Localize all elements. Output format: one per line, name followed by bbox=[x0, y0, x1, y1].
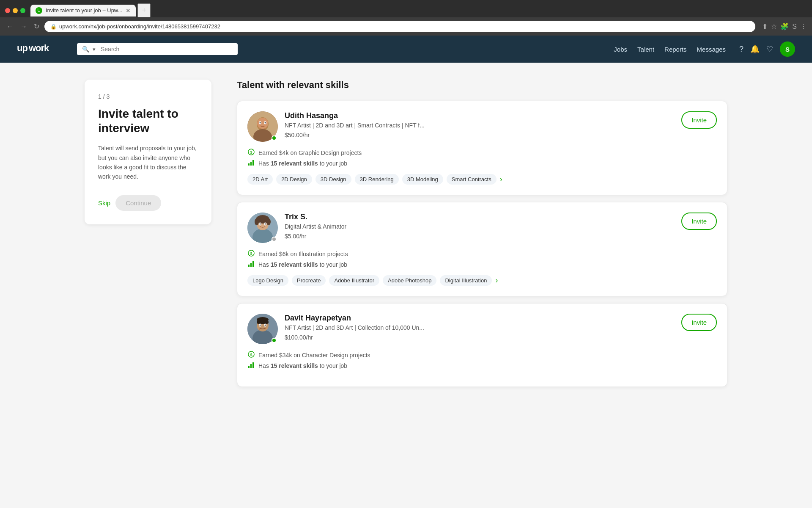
svg-point-8 bbox=[260, 122, 261, 124]
traffic-lights bbox=[5, 8, 25, 13]
new-tab-button[interactable]: + bbox=[137, 3, 151, 17]
back-button[interactable]: ← bbox=[5, 21, 15, 32]
earned-stat-1: $ Earned $6k on Illustration projects bbox=[247, 250, 717, 258]
svg-rect-14 bbox=[252, 160, 254, 166]
talent-stats-1: $ Earned $6k on Illustration projects Ha… bbox=[247, 250, 717, 268]
upwork-logo[interactable]: up work bbox=[17, 42, 63, 57]
notifications-button[interactable]: 🔔 bbox=[750, 44, 760, 54]
right-panel: Talent with relevant skills bbox=[237, 80, 727, 394]
talent-rate-0: $50.00/hr bbox=[285, 131, 675, 139]
talent-info-1: Trix S. Digital Artist & Animator $5.00/… bbox=[285, 213, 675, 240]
favorites-button[interactable]: ♡ bbox=[766, 44, 773, 54]
svg-point-23 bbox=[260, 224, 261, 225]
skills-stat-0: Has 15 relevant skills to your job bbox=[247, 159, 717, 167]
skills-row-1: Logo Design Procreate Adobe Illustrator … bbox=[247, 275, 717, 286]
earned-text-2: Earned $34k on Character Design projects bbox=[258, 352, 370, 359]
tab-close-button[interactable]: ✕ bbox=[126, 7, 131, 14]
nav-messages[interactable]: Messages bbox=[697, 46, 726, 53]
talent-name-1[interactable]: Trix S. bbox=[285, 213, 675, 221]
talent-name-0[interactable]: Udith Hasanga bbox=[285, 111, 675, 120]
tab-bar: U Invite talent to your job – Upw... ✕ + bbox=[0, 0, 812, 17]
search-icon: 🔍 bbox=[82, 46, 89, 52]
skills-stat-2: Has 15 relevant skills to your job bbox=[247, 362, 717, 370]
earned-text-0: Earned $4k on Graphic Design projects bbox=[258, 149, 362, 156]
help-button[interactable]: ? bbox=[739, 45, 743, 54]
nav-icon-group: ? 🔔 ♡ S bbox=[739, 41, 795, 57]
section-title: Talent with relevant skills bbox=[237, 80, 727, 91]
left-panel: 1 / 3 Invite talent to interview Talent … bbox=[85, 80, 211, 224]
address-bar[interactable]: 🔒 upwork.com/nx/job-post/onboarding/invi… bbox=[44, 21, 755, 32]
skill-tag[interactable]: 3D Modeling bbox=[402, 174, 443, 185]
nav-jobs[interactable]: Jobs bbox=[614, 46, 627, 53]
menu-button[interactable]: ⋮ bbox=[800, 22, 807, 30]
skip-button[interactable]: Skip bbox=[98, 199, 110, 207]
browser-toolbar: ← → ↻ 🔒 upwork.com/nx/job-post/onboardin… bbox=[0, 17, 812, 36]
svg-rect-29 bbox=[252, 261, 254, 267]
svg-rect-27 bbox=[248, 265, 250, 267]
talent-info-0: Udith Hasanga NFT Artist | 2D and 3D art… bbox=[285, 111, 675, 139]
skills-count-2: 15 relevant skills bbox=[271, 362, 318, 369]
nav-reports[interactable]: Reports bbox=[664, 46, 687, 53]
skill-tag[interactable]: Digital Illustration bbox=[440, 275, 492, 286]
online-indicator-1 bbox=[272, 237, 277, 242]
more-skills-button-1[interactable]: › bbox=[495, 276, 498, 285]
svg-point-34 bbox=[257, 317, 269, 322]
user-avatar[interactable]: S bbox=[780, 41, 795, 57]
extensions-button[interactable]: 🧩 bbox=[780, 22, 789, 30]
svg-text:$: $ bbox=[250, 150, 252, 155]
nav-talent[interactable]: Talent bbox=[637, 46, 654, 53]
close-button[interactable] bbox=[5, 8, 10, 13]
skill-tag[interactable]: 2D Design bbox=[276, 174, 312, 185]
maximize-button[interactable] bbox=[20, 8, 25, 13]
main-nav: up work 🔍 ▾ Jobs Talent Reports Messages… bbox=[0, 36, 812, 63]
talent-name-2[interactable]: Davit Hayrapetyan bbox=[285, 314, 675, 323]
earned-stat-2: $ Earned $34k on Character Design projec… bbox=[247, 351, 717, 359]
more-skills-button-0[interactable]: › bbox=[500, 175, 502, 184]
search-bar[interactable]: 🔍 ▾ bbox=[77, 43, 238, 55]
skill-tag[interactable]: 2D Art bbox=[247, 174, 273, 185]
svg-point-19 bbox=[255, 218, 259, 225]
skill-tag[interactable]: 3D Design bbox=[315, 174, 351, 185]
skills-stat-1: Has 15 relevant skills to your job bbox=[247, 260, 717, 268]
skill-tag[interactable]: Adobe Illustrator bbox=[329, 275, 379, 286]
talent-header-2: Davit Hayrapetyan NFT Artist | 2D and 3D… bbox=[247, 314, 717, 344]
talent-header-1: Trix S. Digital Artist & Animator $5.00/… bbox=[247, 213, 717, 243]
reload-button[interactable]: ↻ bbox=[32, 21, 41, 32]
profile-button[interactable]: S bbox=[792, 23, 797, 30]
panel-title: Invite talent to interview bbox=[98, 107, 198, 135]
svg-text:up: up bbox=[17, 43, 27, 53]
bookmark-button[interactable]: ☆ bbox=[771, 22, 777, 30]
skill-tag[interactable]: Procreate bbox=[292, 275, 326, 286]
invite-button-0[interactable]: Invite bbox=[681, 111, 717, 129]
earned-icon-2: $ bbox=[247, 351, 255, 359]
share-button[interactable]: ⬆ bbox=[762, 22, 768, 30]
skills-text-1: Has 15 relevant skills to your job bbox=[258, 261, 347, 268]
talent-title-0: NFT Artist | 2D and 3D art | Smart Contr… bbox=[285, 122, 675, 129]
talent-info-2: Davit Hayrapetyan NFT Artist | 2D and 3D… bbox=[285, 314, 675, 341]
minimize-button[interactable] bbox=[13, 8, 18, 13]
skill-tag[interactable]: Logo Design bbox=[247, 275, 288, 286]
search-filter-icon: ▾ bbox=[93, 46, 96, 52]
svg-point-24 bbox=[265, 224, 266, 225]
tab-favicon: U bbox=[36, 7, 42, 14]
svg-text:work: work bbox=[28, 43, 49, 53]
browser-chrome: U Invite talent to your job – Upw... ✕ +… bbox=[0, 0, 812, 36]
svg-rect-28 bbox=[250, 263, 252, 267]
talent-rate-1: $5.00/hr bbox=[285, 232, 675, 240]
invite-button-2[interactable]: Invite bbox=[681, 314, 717, 331]
forward-button[interactable]: → bbox=[19, 21, 29, 32]
svg-point-38 bbox=[265, 325, 266, 326]
skill-tag[interactable]: Adobe Photoshop bbox=[383, 275, 436, 286]
active-tab[interactable]: U Invite talent to your job – Upw... ✕ bbox=[30, 5, 136, 17]
panel-actions: Skip Continue bbox=[98, 195, 198, 211]
earned-stat-0: $ Earned $4k on Graphic Design projects bbox=[247, 149, 717, 157]
continue-button[interactable]: Continue bbox=[115, 195, 161, 211]
search-input[interactable] bbox=[101, 46, 233, 52]
step-indicator: 1 / 3 bbox=[98, 93, 198, 100]
avatar-wrapper-2 bbox=[247, 314, 278, 344]
skill-tag[interactable]: Smart Contracts bbox=[447, 174, 497, 185]
invite-button-1[interactable]: Invite bbox=[681, 213, 717, 230]
skills-text-2: Has 15 relevant skills to your job bbox=[258, 362, 347, 369]
skill-tag[interactable]: 3D Rendering bbox=[355, 174, 399, 185]
avatar-wrapper-1 bbox=[247, 213, 278, 243]
